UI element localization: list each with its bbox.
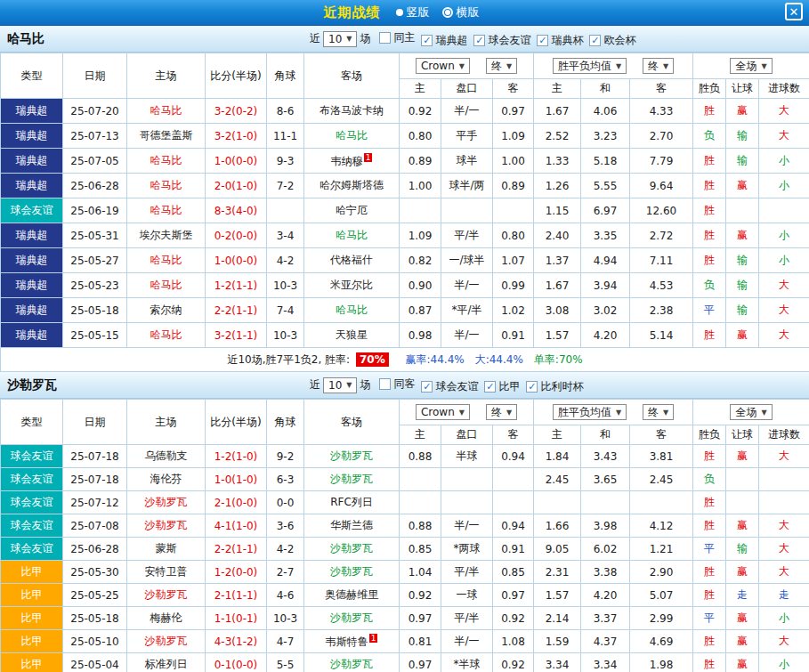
filter-同客[interactable]: 同客 xyxy=(379,376,415,392)
filter-同主[interactable]: 同主 xyxy=(379,30,415,45)
away-team: 代格福什 xyxy=(304,248,400,273)
avg-draw: 4.06 xyxy=(581,99,630,124)
league-badge: 瑞典超 xyxy=(1,99,63,124)
dropdown-arrow-icon: ▼ xyxy=(761,409,766,417)
score: 2-1(0-0) xyxy=(206,491,267,514)
away-team: 韦斯特鲁1 xyxy=(304,630,400,653)
match-count-select[interactable]: 10 ▼ xyxy=(323,377,357,393)
match-date: 25-06-19 xyxy=(63,198,127,223)
checkbox-checked-icon[interactable]: ✓ xyxy=(589,35,601,46)
avg-odds-select[interactable]: 胜平负均值▼ xyxy=(553,404,627,420)
match-row: 球会友谊25-07-08沙勒罗瓦4-1(1-0)3-6华斯兰德0.88半/一0.… xyxy=(1,514,809,538)
odds-away: 0.94 xyxy=(493,514,534,538)
odds-handicap: 一/球半 xyxy=(441,248,493,273)
match-date: 25-05-10 xyxy=(63,630,127,653)
filter-比甲[interactable]: ✓比甲 xyxy=(484,379,520,394)
close-icon[interactable]: ✕ xyxy=(785,3,803,20)
avg-home: 2.14 xyxy=(534,607,581,630)
match-count-value: 10 xyxy=(328,33,342,45)
checkbox-checked-icon[interactable]: ✓ xyxy=(473,35,485,46)
result-handicap: 输 xyxy=(726,149,759,174)
filter-瑞典杯[interactable]: ✓瑞典杯 xyxy=(537,33,583,48)
odds-home: 0.85 xyxy=(400,538,441,561)
filter-球会友谊[interactable]: ✓球会友谊 xyxy=(473,33,530,48)
view-option-horizontal[interactable]: 横版 xyxy=(442,4,480,20)
scope-select[interactable]: 全场▼ xyxy=(730,404,772,420)
corners: 3-6 xyxy=(267,514,304,538)
home-team: 梅赫伦 xyxy=(127,607,206,630)
result-handicap: 赢 xyxy=(726,607,759,630)
away-team: 沙勒罗瓦 xyxy=(304,561,400,584)
match-count-select[interactable]: 10 ▼ xyxy=(323,31,357,47)
result-goals: 大 xyxy=(759,445,809,468)
away-team: 哈马比 xyxy=(304,298,400,323)
checkbox-checked-icon[interactable]: ✓ xyxy=(421,381,433,393)
odds-away: 0.89 xyxy=(493,174,534,198)
checkbox-checked-icon[interactable]: ✓ xyxy=(526,381,538,393)
odds-away: 0.92 xyxy=(493,607,534,630)
final-avg-select[interactable]: 终▼ xyxy=(643,58,674,74)
avg-home: 3.08 xyxy=(534,298,581,323)
odds-source-select[interactable]: Crown▼ xyxy=(416,404,470,420)
odds-source-select[interactable]: Crown▼ xyxy=(416,58,470,74)
summary-stat: 赢率:44.4% xyxy=(406,353,465,366)
odds-home: 0.98 xyxy=(400,323,441,348)
window-titlebar: 近期战绩 竖版 横版 ✕ xyxy=(0,0,809,26)
final-odds-select[interactable]: 终▼ xyxy=(486,58,517,74)
avg-draw: 3.38 xyxy=(581,561,630,584)
odds-handicap: 半/一 xyxy=(441,99,493,124)
result-goals xyxy=(759,198,809,223)
odds-away: 0.92 xyxy=(493,653,534,672)
corners: 5-5 xyxy=(267,653,304,672)
avg-away: 4.69 xyxy=(630,630,693,653)
avg-draw: 3.43 xyxy=(581,445,630,468)
team-name: 沙勒罗瓦 xyxy=(7,377,57,393)
avg-away: 1.98 xyxy=(630,653,693,672)
result-wdl: 负 xyxy=(693,124,726,149)
team-header-hammarby: 哈马比 近 10 ▼ 场 同主✓瑞典超✓球会友谊✓瑞典杯✓欧会杯 xyxy=(0,26,809,53)
col-date: 日期 xyxy=(63,53,127,99)
final-avg-select[interactable]: 终▼ xyxy=(643,404,674,420)
odds-handicap: 半球 xyxy=(441,445,493,468)
match-date: 25-06-28 xyxy=(63,174,127,198)
match-row: 球会友谊25-07-18海伦芬1-0(1-0)6-3沙勒罗瓦2.453.652.… xyxy=(1,468,809,491)
result-wdl: 胜 xyxy=(693,99,726,124)
scope-dropdown-cell: 全场▼ xyxy=(693,53,809,79)
match-date: 25-07-08 xyxy=(63,514,127,538)
checkbox-checked-icon[interactable]: ✓ xyxy=(421,35,433,46)
result-wdl: 胜 xyxy=(693,630,726,653)
odds-handicap: 一球 xyxy=(441,584,493,607)
filter-瑞典超[interactable]: ✓瑞典超 xyxy=(421,33,467,48)
corners: 2-7 xyxy=(267,561,304,584)
scope-select[interactable]: 全场▼ xyxy=(730,58,772,74)
filter-欧会杯[interactable]: ✓欧会杯 xyxy=(589,33,635,48)
league-badge: 瑞典超 xyxy=(1,223,63,248)
avg-away: 7.79 xyxy=(630,149,693,174)
corners: 10-3 xyxy=(267,607,304,630)
avg-home: 1.33 xyxy=(534,149,581,174)
checkbox-unchecked-icon[interactable] xyxy=(379,378,391,390)
home-team: 哥德堡盖斯 xyxy=(127,124,206,149)
odds-away xyxy=(493,198,534,223)
checkbox-checked-icon[interactable]: ✓ xyxy=(484,381,496,393)
checkbox-unchecked-icon[interactable] xyxy=(379,32,391,44)
avg-odds-select[interactable]: 胜平负均值▼ xyxy=(553,58,627,74)
score: 1-2(1-0) xyxy=(206,445,267,468)
team-name: 哈马比 xyxy=(7,31,44,47)
view-option-vertical[interactable]: 竖版 xyxy=(396,4,430,20)
radio-unselected-icon[interactable] xyxy=(396,9,403,16)
filter-球会友谊[interactable]: ✓球会友谊 xyxy=(421,379,478,394)
final-odds-select[interactable]: 终▼ xyxy=(486,404,517,420)
checkbox-checked-icon[interactable]: ✓ xyxy=(537,35,548,46)
radio-selected-icon[interactable] xyxy=(442,7,453,18)
avg-home: 1.26 xyxy=(534,174,581,198)
avg-home: 1.59 xyxy=(534,630,581,653)
home-team: 哈马比 xyxy=(127,273,206,298)
home-team: 哈马比 xyxy=(127,198,206,223)
result-goals: 大 xyxy=(759,561,809,584)
filter-比利时杯[interactable]: ✓比利时杯 xyxy=(526,379,583,394)
match-date: 25-07-20 xyxy=(63,99,127,124)
odds-home: 1.00 xyxy=(400,174,441,198)
league-badge: 瑞典超 xyxy=(1,273,63,298)
games-label: 场 xyxy=(360,31,370,46)
